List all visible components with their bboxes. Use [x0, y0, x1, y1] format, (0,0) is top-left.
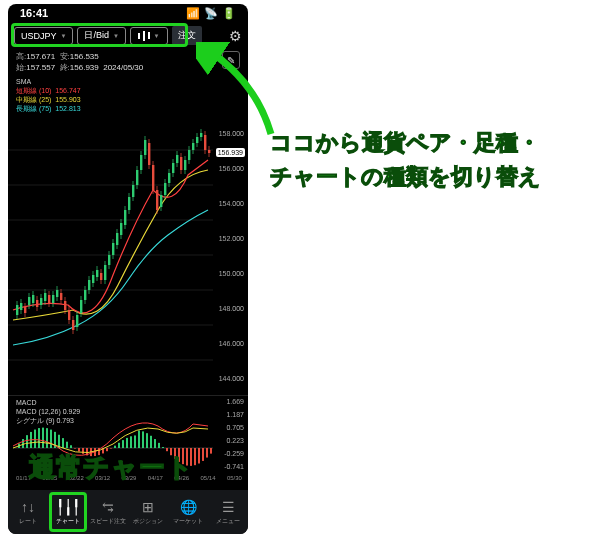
annotation-label-main: 通常チャート: [29, 450, 194, 485]
nav-rate[interactable]: ↑↓ レート: [8, 490, 48, 534]
svg-rect-142: [158, 443, 160, 448]
position-icon: ⊞: [142, 499, 154, 515]
status-bar: 16:41 📶 📡 🔋: [8, 4, 248, 22]
svg-rect-118: [62, 438, 64, 448]
pair-selector[interactable]: USDJPY ▼: [14, 27, 73, 45]
pair-label: USDJPY: [21, 31, 57, 41]
chevron-down-icon: ▼: [61, 33, 67, 39]
bars-icon: [138, 33, 140, 39]
svg-rect-135: [130, 436, 132, 448]
svg-rect-139: [146, 433, 148, 448]
svg-rect-131: [114, 446, 116, 448]
svg-rect-113: [42, 428, 44, 448]
svg-rect-119: [66, 442, 68, 448]
timeframe-label: 日/Bid: [84, 29, 109, 42]
svg-rect-154: [206, 448, 208, 458]
battery-icon: 🔋: [222, 7, 236, 20]
svg-rect-94: [188, 150, 190, 160]
svg-rect-134: [126, 438, 128, 448]
svg-rect-28: [56, 290, 58, 297]
top-controls: USDJPY ▼ 日/Bid ▼ ▼ 注文 ⚙: [8, 22, 248, 49]
bottom-nav: ↑↓ レート ╿╽╿ チャート ⥃ スピード注文 ⊞ ポジション 🌐 マーケット…: [8, 490, 248, 534]
chevron-down-icon: ▼: [153, 33, 159, 39]
svg-rect-112: [38, 428, 40, 448]
status-right: 📶 📡 🔋: [186, 7, 236, 20]
svg-rect-140: [150, 436, 152, 448]
menu-icon: ☰: [222, 499, 235, 515]
svg-rect-70: [140, 155, 142, 170]
nav-chart[interactable]: ╿╽╿ チャート: [48, 490, 88, 534]
nav-menu[interactable]: ☰ メニュー: [208, 490, 248, 534]
chart-type-selector[interactable]: ▼: [130, 27, 168, 45]
nav-position[interactable]: ⊞ ポジション: [128, 490, 168, 534]
svg-rect-138: [142, 431, 144, 448]
svg-rect-130: [110, 448, 112, 449]
svg-rect-72: [144, 140, 146, 155]
chart-icon: ╿╽╿: [56, 499, 80, 515]
svg-rect-78: [156, 190, 158, 210]
speed-icon: ⥃: [102, 499, 114, 515]
svg-rect-74: [148, 143, 150, 165]
signal-icon: 📶: [186, 7, 200, 20]
svg-rect-92: [184, 160, 186, 170]
svg-rect-56: [112, 243, 114, 255]
svg-rect-26: [52, 295, 54, 303]
svg-rect-98: [196, 137, 198, 143]
svg-rect-40: [80, 300, 82, 313]
svg-rect-50: [100, 273, 102, 280]
svg-rect-155: [210, 448, 212, 454]
sma-legend: SMA 短期線 (10) 156.747 中期線 (25) 155.903 長期…: [8, 75, 248, 115]
svg-rect-30: [60, 293, 62, 300]
macd-y-axis: 1.669 1.187 0.705 0.223 -0.259 -0.741: [214, 396, 246, 473]
svg-rect-137: [138, 430, 140, 448]
svg-rect-152: [198, 448, 200, 464]
svg-rect-151: [194, 448, 196, 465]
svg-rect-68: [136, 170, 138, 185]
chevron-down-icon: ▼: [113, 33, 119, 39]
svg-rect-80: [160, 195, 162, 207]
svg-rect-58: [116, 233, 118, 245]
svg-rect-111: [34, 430, 36, 448]
nav-market[interactable]: 🌐 マーケット: [168, 490, 208, 534]
svg-rect-10: [20, 303, 22, 310]
svg-rect-38: [76, 315, 78, 327]
ohlc-readout: 高:157.671 安:156.535 始:157.557 終:156.939 …: [8, 49, 248, 75]
svg-rect-86: [172, 163, 174, 173]
order-button[interactable]: 注文: [172, 26, 202, 45]
svg-rect-84: [168, 173, 170, 183]
last-price-tag: 156.939: [216, 148, 245, 157]
svg-rect-48: [96, 270, 98, 277]
svg-rect-8: [16, 305, 18, 315]
status-time: 16:41: [20, 7, 48, 19]
svg-rect-42: [84, 290, 86, 300]
market-icon: 🌐: [180, 499, 197, 515]
timeframe-selector[interactable]: 日/Bid ▼: [77, 27, 125, 45]
svg-rect-76: [152, 165, 154, 190]
svg-rect-20: [40, 298, 42, 305]
svg-rect-153: [202, 448, 204, 461]
svg-rect-88: [176, 155, 178, 163]
svg-rect-52: [104, 265, 106, 280]
svg-rect-120: [70, 445, 72, 448]
svg-rect-96: [192, 143, 194, 150]
svg-rect-133: [122, 440, 124, 448]
svg-rect-46: [92, 275, 94, 283]
y-axis: 158.000 156.939 156.000 154.000 152.000 …: [210, 115, 246, 395]
nav-speed[interactable]: ⥃ スピード注文: [88, 490, 128, 534]
svg-rect-60: [120, 223, 122, 235]
svg-rect-132: [118, 443, 120, 448]
svg-rect-12: [24, 307, 26, 313]
svg-rect-136: [134, 435, 136, 448]
svg-rect-22: [44, 293, 46, 301]
gear-icon[interactable]: ⚙: [229, 28, 242, 44]
svg-rect-32: [64, 301, 66, 310]
svg-rect-114: [46, 428, 48, 448]
svg-rect-90: [180, 157, 182, 170]
edit-icon[interactable]: ✎: [222, 51, 240, 69]
svg-rect-14: [28, 297, 30, 305]
price-chart[interactable]: 158.000 156.939 156.000 154.000 152.000 …: [8, 115, 248, 395]
svg-rect-36: [72, 320, 74, 330]
svg-rect-121: [74, 448, 76, 449]
svg-rect-18: [36, 300, 38, 307]
svg-rect-62: [124, 210, 126, 225]
